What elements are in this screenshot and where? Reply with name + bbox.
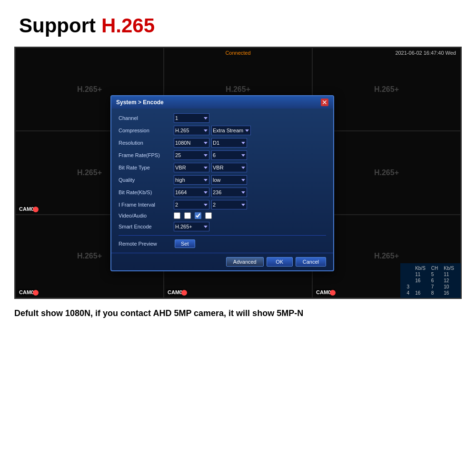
framerate-label: Frame Rate(FPS) [119,152,171,158]
iframe-row: I Frame Interval 2 2 [119,200,326,209]
audio-checkbox[interactable] [184,212,191,219]
dialog-body: Channel 1 Compression H.265 Extra Stream [111,109,333,253]
compression-row: Compression H.265 Extra Stream [119,126,326,135]
video-audio-row: Video/Audio [119,212,326,219]
framerate-extra-select[interactable]: 6 [211,150,247,160]
quality-extra-select[interactable]: low [211,175,247,185]
video2-checkbox-item [195,212,201,219]
smart-encode-label: Smart Encode [119,224,171,229]
ok-button[interactable]: OK [267,257,293,267]
cancel-button[interactable]: Cancel [296,257,326,267]
remote-preview-label: Remote Preview [119,241,171,247]
quality-select[interactable]: high [174,175,209,185]
video2-checkbox[interactable] [195,212,201,219]
smart-encode-row: Smart Encode H.265+ [119,222,326,231]
bitrate-kbs-label: Bit Rate(Kb/S) [119,189,171,195]
video-checkbox-item [174,212,180,219]
framerate-select[interactable]: 25 [174,150,209,160]
channel-row: Channel 1 [119,113,326,123]
bitrate-kbs-extra-select[interactable]: 236 [211,188,247,197]
dialog-titlebar: System > Encode ✕ [111,96,333,109]
extra-stream-select[interactable]: Extra Stream [211,126,251,135]
resolution-label: Resolution [119,140,171,146]
channel-select[interactable]: 1 [174,113,209,123]
bitrate-type-pair: VBR VBR [174,163,247,172]
audio2-checkbox-item [205,212,212,219]
iframe-extra-select[interactable]: 2 [211,200,247,209]
bitrate-kbs-row: Bit Rate(Kb/S) 1664 236 [119,188,326,197]
close-button[interactable]: ✕ [321,99,328,106]
iframe-select[interactable]: 2 [174,200,209,209]
resolution-extra-select[interactable]: D1 [211,138,247,148]
smart-encode-select[interactable]: H.265+ [174,222,209,231]
encode-dialog: System > Encode ✕ Channel 1 Compression [110,95,334,271]
divider [119,235,326,236]
resolution-pair: 1080N D1 [174,138,247,148]
resolution-select[interactable]: 1080N [174,138,209,148]
resolution-row: Resolution 1080N D1 [119,138,326,148]
dvr-screen: Connected 2021-06-02 16:47:40 Wed H.265+… [14,47,462,299]
bitrate-type-extra-select[interactable]: VBR [211,163,247,172]
dialog-footer: Advanced OK Cancel [111,253,333,270]
compression-pair: H.265 Extra Stream [174,126,251,135]
video-checkbox[interactable] [174,212,180,219]
channel-label: Channel [119,115,171,121]
quality-row: Quality high low [119,175,326,185]
quality-label: Quality [119,177,171,183]
h265-text: H.265 [101,14,155,37]
framerate-pair: 25 6 [174,150,247,160]
iframe-label: I Frame Interval [119,202,171,208]
bitrate-type-row: Bit Rate Type VBR VBR [119,163,326,172]
video-audio-checkboxes [174,212,212,219]
support-text: Support [19,14,96,37]
header-section: Support H.265 [0,0,476,47]
bitrate-kbs-pair: 1664 236 [174,188,247,197]
framerate-row: Frame Rate(FPS) 25 6 [119,150,326,160]
dialog-title: System > Encode [116,99,164,106]
remote-preview-row: Remote Preview Set [119,239,326,248]
video-audio-label: Video/Audio [119,213,171,218]
footer-section: Defult show 1080N, if you contact AHD 5M… [0,299,476,328]
set-button[interactable]: Set [175,239,195,248]
footer-text: Defult show 1080N, if you contact AHD 5M… [14,308,462,318]
bitrate-type-select[interactable]: VBR [174,163,209,172]
iframe-pair: 2 2 [174,200,247,209]
dialog-overlay: System > Encode ✕ Channel 1 Compression [15,48,461,298]
advanced-button[interactable]: Advanced [226,257,264,267]
compression-select[interactable]: H.265 [174,126,209,135]
compression-label: Compression [119,128,171,133]
audio-checkbox-item [184,212,191,219]
bitrate-kbs-select[interactable]: 1664 [174,188,209,197]
quality-pair: high low [174,175,247,185]
bitrate-type-label: Bit Rate Type [119,165,171,170]
audio2-checkbox[interactable] [205,212,212,219]
